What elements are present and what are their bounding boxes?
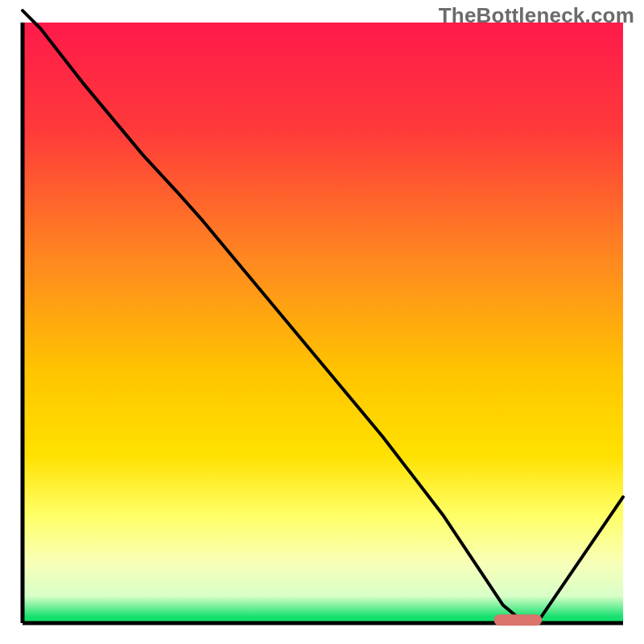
chart-container: TheBottleneck.com: [0, 0, 644, 644]
optimal-range-marker: [494, 614, 543, 625]
plot-background: [23, 23, 623, 623]
bottleneck-chart: [0, 0, 644, 644]
watermark-text: TheBottleneck.com: [439, 3, 634, 28]
